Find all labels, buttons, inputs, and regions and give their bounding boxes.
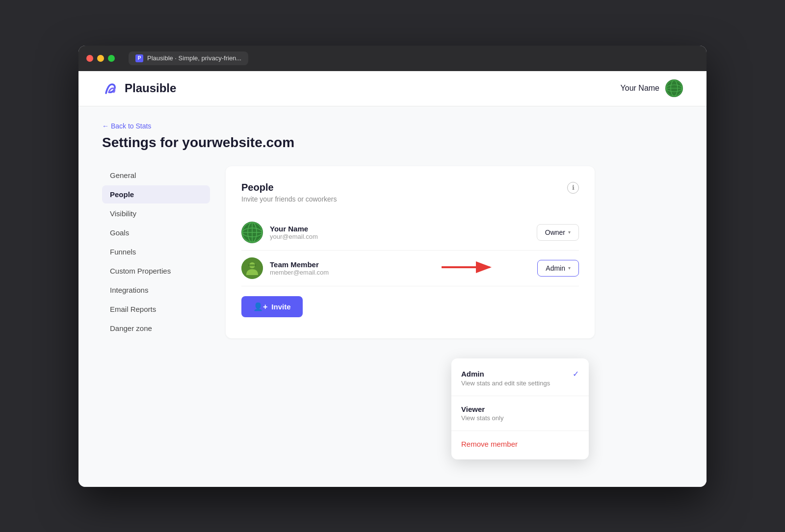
panel-subtitle: Invite your friends or coworkers (241, 195, 337, 203)
remove-member-option[interactable]: Remove member (451, 433, 589, 456)
back-to-stats-link[interactable]: ← Back to Stats (102, 122, 595, 130)
member-name-team: Team Member (270, 260, 537, 269)
role-dropdown-menu: Admin ✓ View stats and edit site setting… (451, 358, 589, 459)
dropdown-option-admin[interactable]: Admin ✓ View stats and edit site setting… (451, 362, 589, 394)
panel-header: People Invite your friends or coworkers … (241, 182, 579, 203)
maximize-button[interactable] (108, 55, 115, 62)
owner-role-label: Owner (545, 228, 565, 236)
admin-option-title: Admin (461, 370, 484, 378)
member-avatar-team (241, 257, 263, 279)
dropdown-divider-2 (451, 431, 589, 431)
close-button[interactable] (86, 55, 93, 62)
sidebar-item-funnels[interactable]: Funnels (102, 243, 210, 261)
traffic-lights (86, 55, 115, 62)
main-layout: ← Back to Stats Settings for yourwebsite… (78, 106, 618, 354)
logo-text: Plausible (125, 81, 176, 95)
member-name-owner: Your Name (270, 225, 537, 233)
check-icon: ✓ (573, 369, 579, 379)
invite-button-label: Invite (271, 303, 290, 311)
avatar-globe-icon (665, 79, 683, 97)
chevron-down-icon-admin: ▾ (568, 265, 571, 271)
browser-tab[interactable]: P Plausible · Simple, privacy-frien... (129, 51, 248, 65)
svg-rect-13 (248, 264, 256, 266)
arrow-container (442, 260, 496, 276)
dropdown-divider-1 (451, 396, 589, 396)
plausible-logo-icon (102, 79, 120, 97)
member-row: Your Name your@email.com Owner ▾ (241, 215, 579, 251)
admin-option-desc: View stats and edit site settings (461, 380, 579, 387)
admin-role-button[interactable]: Admin ▾ (537, 260, 579, 277)
sidebar-item-custom-properties[interactable]: Custom Properties (102, 262, 210, 280)
member-info-team: Team Member member@email.com (270, 260, 537, 276)
tab-favicon: P (135, 54, 143, 62)
logo-area: Plausible (102, 79, 176, 97)
settings-sidebar: General People Visibility Goals Funnels … (102, 166, 210, 338)
invite-plus-icon: 👤+ (253, 302, 267, 311)
viewer-option-desc: View stats only (461, 414, 579, 422)
member-info-owner: Your Name your@email.com (270, 225, 537, 240)
red-arrow-icon (442, 260, 496, 274)
viewer-option-title: Viewer (461, 405, 485, 413)
sidebar-item-email-reports[interactable]: Email Reports (102, 300, 210, 318)
dropdown-option-viewer[interactable]: Viewer View stats only (451, 398, 589, 429)
member-email-owner: your@email.com (270, 233, 537, 240)
admin-role-label: Admin (546, 264, 565, 272)
panel-title: People (241, 182, 337, 193)
viewer-option-header: Viewer (461, 405, 579, 413)
top-nav: Plausible Your Name (78, 71, 706, 106)
member-email-team: member@email.com (270, 269, 537, 276)
invite-button[interactable]: 👤+ Invite (241, 296, 303, 317)
tab-title: Plausible · Simple, privacy-frien... (147, 54, 241, 62)
titlebar: P Plausible · Simple, privacy-frien... (78, 46, 706, 71)
user-name-label: Your Name (621, 84, 659, 93)
member-avatar-owner (241, 222, 263, 243)
panel-header-text: People Invite your friends or coworkers (241, 182, 337, 203)
sidebar-item-general[interactable]: General (102, 166, 210, 184)
minimize-button[interactable] (97, 55, 104, 62)
info-icon[interactable]: ℹ (567, 182, 579, 194)
owner-role-button[interactable]: Owner ▾ (537, 224, 579, 241)
owner-globe-icon (241, 222, 263, 243)
user-area: Your Name (621, 79, 683, 97)
user-avatar[interactable] (665, 79, 683, 97)
content-grid: General People Visibility Goals Funnels … (102, 166, 595, 338)
admin-option-header: Admin ✓ (461, 369, 579, 379)
page-title: Settings for yourwebsite.com (102, 135, 595, 151)
sidebar-item-people[interactable]: People (102, 185, 210, 203)
sidebar-item-goals[interactable]: Goals (102, 224, 210, 242)
team-member-icon (241, 257, 263, 279)
chevron-down-icon: ▾ (568, 229, 571, 235)
page-content: Plausible Your Name ← Back to Sta (78, 71, 706, 487)
sidebar-item-danger-zone[interactable]: Danger zone (102, 319, 210, 337)
team-member-row: Team Member member@email.com (241, 251, 579, 286)
remove-member-label: Remove member (461, 440, 518, 448)
sidebar-item-integrations[interactable]: Integrations (102, 281, 210, 299)
settings-panel: People Invite your friends or coworkers … (226, 166, 595, 338)
sidebar-item-visibility[interactable]: Visibility (102, 204, 210, 223)
